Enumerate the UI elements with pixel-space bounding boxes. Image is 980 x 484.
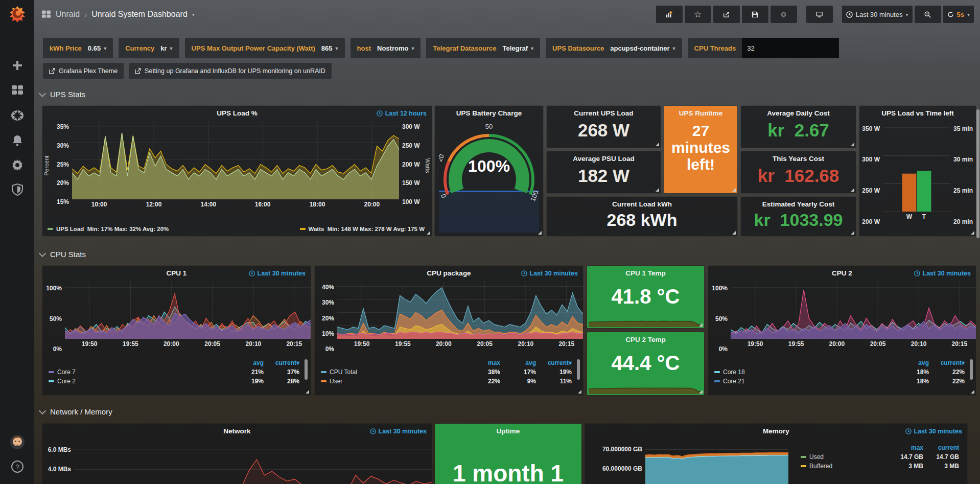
breadcrumb-app[interactable]: Unraid: [56, 10, 80, 19]
panel-time-range[interactable]: Last 30 minutes: [905, 428, 962, 435]
panel-title[interactable]: UPS Battery Charge: [435, 109, 543, 117]
legend-series-name[interactable]: Core 21: [714, 378, 893, 385]
panel-time-range[interactable]: Last 30 minutes: [914, 270, 971, 277]
panel-ups-load-vs-time-left[interactable]: UPS Load vs Time left 350 W300 W250 W200…: [859, 106, 976, 236]
plot-area[interactable]: [645, 439, 788, 484]
kiosk-tv-button[interactable]: [806, 6, 833, 23]
row-header-cpu-stats[interactable]: CPU Stats: [40, 250, 86, 259]
panel-ups-runtime[interactable]: UPS Runtime 27 minutes left!: [664, 106, 737, 193]
legend-table[interactable]: maxavgcurrent▾CPU Total38%17%19%User22%9…: [321, 359, 572, 391]
legend-column-header[interactable]: avg: [893, 359, 929, 366]
resize-handle[interactable]: [732, 231, 736, 235]
add-panel-button[interactable]: [656, 6, 683, 23]
grafana-logo-icon[interactable]: [0, 3, 34, 26]
variable-value-dropdown[interactable]: kr▾: [160, 44, 172, 52]
legend-series-name[interactable]: Core 18: [714, 368, 893, 376]
panel-title[interactable]: UPS Runtime: [664, 109, 737, 117]
alerting-bell-icon[interactable]: [0, 130, 34, 151]
chevron-down-icon[interactable]: ▾: [192, 12, 195, 17]
legend-scrollbar[interactable]: [305, 359, 308, 380]
admin-shield-icon[interactable]: [0, 179, 34, 200]
dashboards-icon[interactable]: [0, 80, 34, 101]
legend-series-name[interactable]: UPS Load: [56, 226, 84, 232]
legend-table[interactable]: avgcurrent▾Core 721%37%Core 219%28%: [49, 359, 299, 391]
legend-scrollbar[interactable]: [970, 359, 973, 380]
time-range-picker[interactable]: Last 30 minutes ▾: [842, 6, 913, 23]
row-header-ups-stats[interactable]: UPS Stats: [40, 90, 85, 99]
resize-handle[interactable]: [971, 390, 974, 394]
legend-series-name[interactable]: Watts: [309, 226, 324, 232]
panel-ups-battery-gauge[interactable]: UPS Battery Charge 02050100 100%: [435, 106, 543, 236]
legend-column-header[interactable]: max: [464, 359, 500, 366]
panel-uptime[interactable]: Uptime 1 month 1: [435, 424, 581, 484]
panel-time-range[interactable]: Last 12 hours: [377, 110, 427, 117]
resize-handle[interactable]: [427, 231, 430, 235]
panel-title[interactable]: This Years Cost: [741, 155, 856, 163]
plot-area[interactable]: [883, 121, 950, 212]
legend-series-name[interactable]: Core 2: [49, 378, 228, 385]
panel-average-daily-cost[interactable]: Average Daily Cost kr 2.67: [741, 106, 856, 148]
star-button[interactable]: ☆: [685, 6, 711, 23]
breadcrumb[interactable]: Unraid › Unraid System Dashboard ▾: [41, 10, 195, 19]
legend-series-name[interactable]: Core 7: [49, 368, 228, 376]
panel-network-graph[interactable]: Network Last 30 minutes 6.0 MBs4.0 MBs2.…: [42, 424, 432, 484]
panel-average-psu-load[interactable]: Average PSU Load 182 W: [547, 151, 661, 193]
legend-column-header[interactable]: current▾: [264, 359, 299, 366]
variable-value-dropdown[interactable]: apcupsd-container▾: [610, 44, 675, 52]
panel-this-years-cost[interactable]: This Years Cost kr 162.68: [741, 151, 856, 193]
zoom-out-button[interactable]: [915, 6, 941, 23]
resize-handle[interactable]: [851, 188, 854, 192]
page-scrollbar[interactable]: [976, 109, 979, 238]
row-header-network-memory[interactable]: Network / Memory: [40, 407, 112, 416]
legend-column-header[interactable]: max: [888, 444, 923, 451]
legend-column-header[interactable]: current▾: [929, 359, 965, 366]
panel-cpu-package-graph[interactable]: CPU package Last 30 minutes 40%30%20%10%…: [315, 266, 583, 395]
resize-handle[interactable]: [851, 143, 854, 146]
legend-column-header[interactable]: current▾: [536, 359, 572, 366]
refresh-picker[interactable]: 5s ▾: [943, 6, 974, 23]
panel-title[interactable]: CPU 2 Temp: [587, 336, 704, 343]
add-icon[interactable]: [0, 55, 34, 76]
variable-value-dropdown[interactable]: Telegraf▾: [502, 44, 533, 52]
panel-title[interactable]: Current Load kWh: [547, 200, 737, 208]
legend-series-name[interactable]: Used: [801, 453, 888, 460]
variable-value-dropdown[interactable]: 0.65▾: [88, 44, 106, 52]
panel-title[interactable]: CPU 1 Temp: [587, 269, 704, 277]
plot-area[interactable]: [74, 439, 432, 484]
panel-cpu2-graph[interactable]: CPU 2 Last 30 minutes 100%50%0% 19:5019:…: [708, 266, 976, 395]
user-avatar[interactable]: [0, 432, 34, 452]
variable-value-dropdown[interactable]: Nostromo▾: [377, 44, 414, 52]
resize-handle[interactable]: [578, 390, 581, 394]
resize-handle[interactable]: [656, 143, 659, 146]
legend-series-name[interactable]: CPU Total: [321, 368, 464, 376]
panel-title[interactable]: Uptime: [435, 427, 581, 435]
explore-compass-icon[interactable]: [0, 105, 34, 126]
legend-item[interactable]: UPS Load Min: 17% Max: 32% Avg: 20%: [48, 226, 169, 232]
resize-handle[interactable]: [306, 390, 309, 394]
plot-area[interactable]: [72, 121, 399, 199]
graph-legend[interactable]: UPS Load Min: 17% Max: 32% Avg: 20%Watts…: [48, 226, 425, 232]
legend-table[interactable]: avgcurrent▾Core 1818%22%Core 2118%22%: [714, 359, 965, 391]
panel-time-range[interactable]: Last 30 minutes: [249, 270, 306, 277]
panel-current-load-kwh[interactable]: Current Load kWh 268 kWh: [547, 197, 737, 236]
resize-handle[interactable]: [538, 231, 542, 235]
resize-handle[interactable]: [851, 231, 854, 235]
plot-area[interactable]: [337, 281, 583, 339]
panel-cpu2-temp[interactable]: CPU 2 Temp 44.4 °C: [587, 332, 704, 395]
panel-title[interactable]: Average PSU Load: [547, 155, 661, 163]
panel-time-range[interactable]: Last 30 minutes: [521, 270, 578, 277]
panel-ups-load-graph[interactable]: UPS Load % Last 12 hours Percent 35%30%2…: [42, 106, 432, 236]
panel-title[interactable]: Estimated Yearly Cost: [741, 200, 856, 208]
panel-title[interactable]: UPS Load vs Time left: [859, 109, 976, 117]
cpu-threads-input[interactable]: [742, 38, 839, 58]
panel-title[interactable]: Current UPS Load: [547, 109, 661, 117]
link-grafana-plex-theme[interactable]: Grafana Plex Theme: [43, 63, 124, 79]
legend-table[interactable]: maxcurrentUsed14.7 GB14.7 GBBuffered3 MB…: [801, 444, 959, 470]
legend-series-name[interactable]: User: [321, 378, 464, 385]
variable-value-dropdown[interactable]: 865▾: [321, 44, 338, 52]
panel-current-ups-load[interactable]: Current UPS Load 268 W: [547, 106, 661, 148]
panel-title[interactable]: Average Daily Cost: [741, 109, 856, 117]
configuration-gear-icon[interactable]: [0, 155, 34, 175]
legend-column-header[interactable]: avg: [500, 359, 536, 366]
help-icon[interactable]: ?: [0, 456, 34, 477]
